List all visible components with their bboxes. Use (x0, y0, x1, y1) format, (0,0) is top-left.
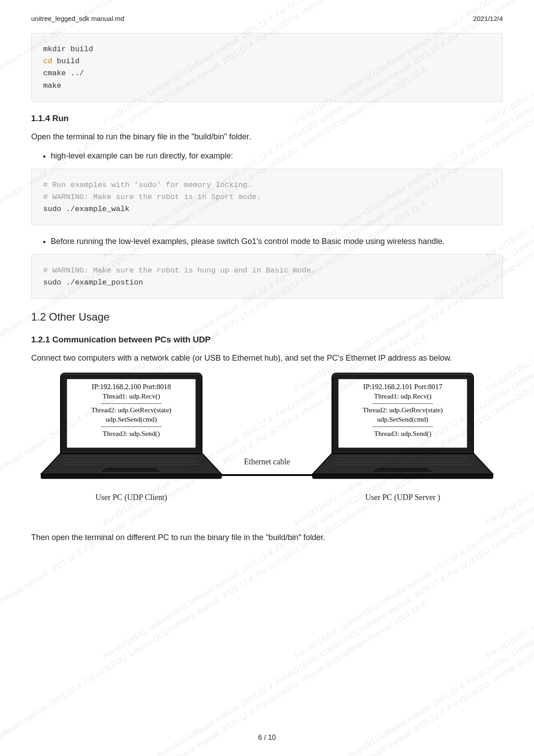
code-build: mkdir build cd build cmake ../ make (31, 33, 503, 102)
code-line: build (52, 57, 79, 65)
heading-1-1-4: 1.1.4 Run (31, 112, 503, 125)
laptop-shell: IP:192.168.2.100 Port:8018 Thread1: udp.… (40, 373, 222, 488)
screen-thread2a: Thread2: udp.GetRecv(state) (70, 406, 193, 415)
laptop-lid: IP:192.168.2.100 Port:8018 Thread1: udp.… (60, 373, 202, 455)
screen-thread3: Thread3: udp.Send() (341, 429, 464, 439)
page-number: 6 / 10 (0, 732, 534, 744)
heading-1-2-1: 1.2.1 Communication between PCs with UDP (31, 333, 503, 346)
laptop-base-svg (40, 452, 222, 482)
code-example-position: # WARNING: Make sure the robot is hung u… (31, 254, 503, 299)
svg-marker-2 (99, 467, 162, 472)
laptop-lid: IP:192.168.2.101 Port:8017 Thread1: udp.… (332, 373, 474, 455)
code-line: make (43, 81, 61, 90)
udp-intro: Connect two computers with a network cab… (31, 352, 503, 365)
code-keyword-cd: cd (43, 57, 52, 65)
code-comment: # WARNING: Make sure the robot is hung u… (43, 266, 316, 275)
bullet-low-level: Before running the low-level examples, p… (51, 235, 503, 248)
screen-thread2a: Thread2: udp.GetRecv(state) (341, 406, 464, 415)
screen-divider: ---------------------------------- (70, 424, 193, 429)
page-header: unitree_legged_sdk manual.md 2021/12/4 (31, 13, 503, 24)
screen-thread1: Thread1: udp.Recv() (341, 392, 464, 401)
laptop-caption-client: User PC (UDP Client) (96, 491, 167, 504)
screen-divider: ---------------------------------- (341, 424, 464, 429)
code-comment: # WARNING: Make sure the robot is in Spo… (43, 193, 261, 201)
laptop-base-svg (312, 452, 494, 482)
code-line: cmake ../ (43, 69, 84, 77)
svg-rect-1 (41, 474, 222, 479)
run-bullets: high-level example can be run directly, … (31, 150, 503, 163)
laptop-base (312, 452, 494, 482)
run-intro: Open the terminal to run the binary file… (31, 130, 503, 143)
run-bullets-2: Before running the low-level examples, p… (31, 235, 503, 248)
code-example-walk: # Run examples with 'sudo' for memory lo… (31, 169, 503, 226)
laptop-server: IP:192.168.2.101 Port:8017 Thread1: udp.… (312, 373, 494, 504)
laptop-caption-server: User PC (UDP Server ) (365, 491, 440, 504)
heading-1-2: 1.2 Other Usage (31, 309, 503, 325)
code-cmd: sudo ./example_postion (43, 278, 143, 287)
code-line: mkdir build (43, 45, 93, 53)
laptop-base (40, 452, 222, 482)
ethernet-cable-label: Ethernet cable (244, 455, 290, 468)
screen-ip: IP:192.168.2.100 Port:8018 (70, 382, 193, 392)
udp-diagram: Ethernet cable IP:192.168.2.100 Port:801… (44, 373, 490, 520)
header-date: 2021/12/4 (473, 13, 503, 24)
page-content: unitree_legged_sdk manual.md 2021/12/4 m… (0, 0, 534, 577)
code-comment: # Run examples with 'sudo' for memory lo… (43, 181, 252, 189)
screen-thread2b: udp.SetSend(cmd) (70, 415, 193, 424)
screen-thread1: Thread1: udp.Recv() (70, 392, 193, 401)
screen-divider: ---------------------------------- (341, 401, 464, 406)
svg-marker-9 (371, 467, 434, 472)
laptop-screen: IP:192.168.2.101 Port:8017 Thread1: udp.… (338, 379, 467, 448)
laptop-shell: IP:192.168.2.101 Port:8017 Thread1: udp.… (312, 373, 494, 488)
screen-thread3: Thread3: udp.Send() (70, 429, 193, 439)
laptop-client: IP:192.168.2.100 Port:8018 Thread1: udp.… (40, 373, 222, 504)
bullet-high-level: high-level example can be run directly, … (51, 150, 503, 163)
svg-rect-8 (312, 474, 493, 479)
screen-thread2b: udp.SetSend(cmd) (341, 415, 464, 424)
udp-after: Then open the terminal on different PC t… (31, 531, 503, 544)
code-cmd: sudo ./example_walk (43, 205, 129, 213)
screen-divider: ---------------------------------- (70, 401, 193, 406)
laptop-screen: IP:192.168.2.100 Port:8018 Thread1: udp.… (67, 379, 196, 448)
screen-ip: IP:192.168.2.101 Port:8017 (341, 382, 464, 392)
header-filename: unitree_legged_sdk manual.md (31, 13, 124, 24)
